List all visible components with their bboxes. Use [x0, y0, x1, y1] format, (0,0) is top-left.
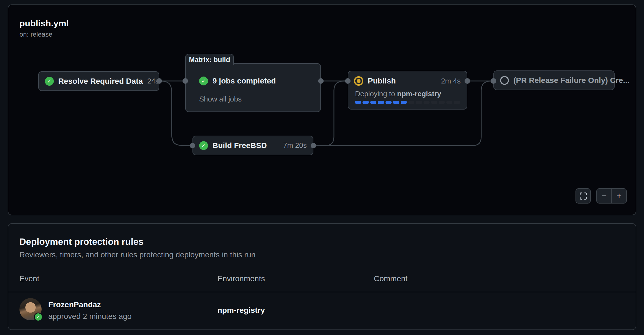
- progress-segment: [439, 101, 445, 104]
- progress-segment: [362, 101, 369, 104]
- progress-segment: [408, 101, 414, 104]
- deploy-target: npm-registry: [397, 90, 441, 98]
- connector-dot: [345, 78, 351, 84]
- success-check-icon: ✓: [199, 77, 208, 85]
- rules-subtitle: Reviewers, timers, and other rules prote…: [19, 250, 255, 259]
- progress-segment: [393, 101, 399, 104]
- progress-segment: [378, 101, 384, 104]
- job-node-pr-release-failure[interactable]: (PR Release Failure Only) Cre...: [493, 70, 615, 90]
- column-header-environments: Environments: [217, 274, 265, 283]
- approval-event-text: approved 2 minutes ago: [48, 312, 131, 321]
- row-environment: npm-registry: [217, 306, 265, 315]
- job-node-matrix-build[interactable]: ✓ 9 jobs completed Show all jobs: [185, 63, 321, 112]
- progress-segment: [401, 101, 407, 104]
- graph-edges: [8, 5, 637, 216]
- show-all-jobs-link[interactable]: Show all jobs: [199, 95, 242, 103]
- connector-dot: [156, 78, 162, 84]
- deploy-progress: [355, 101, 460, 104]
- connector-dot: [491, 78, 496, 84]
- matrix-tab-label: Matrix: build: [189, 56, 230, 64]
- connector-dot: [190, 143, 195, 148]
- connector-dot: [311, 143, 316, 148]
- connector-dot: [465, 78, 470, 84]
- matrix-group-tab: Matrix: build: [185, 54, 234, 65]
- job-node-label: Publish: [368, 77, 396, 85]
- deploy-prefix: Deploying to: [355, 90, 397, 98]
- approved-badge-icon: ✓: [34, 313, 43, 321]
- job-node-build-freebsd[interactable]: ✓ Build FreeBSD 7m 20s: [192, 136, 313, 155]
- job-node-label: Resolve Required Data: [58, 77, 143, 86]
- rules-title: Deployment protection rules: [19, 237, 143, 247]
- progress-segment: [431, 101, 437, 104]
- success-check-icon: ✓: [199, 141, 208, 150]
- column-header-comment: Comment: [374, 274, 407, 283]
- progress-segment: [386, 101, 392, 104]
- approver-username: FrozenPandaz: [48, 300, 101, 309]
- job-duration: 7m 20s: [283, 141, 307, 150]
- in-progress-icon: [354, 76, 363, 86]
- connector-dot: [182, 78, 188, 84]
- job-duration: 2m 4s: [441, 77, 461, 85]
- pending-circle-icon: [500, 76, 509, 85]
- job-node-label: (PR Release Failure Only) Cre...: [513, 76, 630, 85]
- progress-segment: [446, 101, 452, 104]
- progress-segment: [370, 101, 376, 104]
- connector-dot: [318, 78, 324, 84]
- job-node-label: Build FreeBSD: [212, 141, 267, 150]
- progress-segment: [454, 101, 460, 104]
- column-header-event: Event: [19, 274, 39, 283]
- job-node-resolve-required-data[interactable]: ✓ Resolve Required Data 24s: [38, 71, 159, 91]
- progress-segment: [416, 101, 422, 104]
- job-node-publish[interactable]: Publish 2m 4s Deploying to npm-registry: [348, 71, 467, 110]
- success-check-icon: ✓: [45, 77, 54, 86]
- deployment-protection-rules-panel: Deployment protection rules Reviewers, t…: [8, 223, 636, 330]
- table-header-divider: [8, 292, 636, 292]
- progress-segment: [424, 101, 430, 104]
- matrix-summary-label: 9 jobs completed: [212, 77, 276, 85]
- workflow-graph-panel: publish.yml on: release ✓ Resolve Requir…: [8, 4, 636, 215]
- progress-segment: [355, 101, 361, 104]
- deploy-status-text: Deploying to npm-registry: [348, 86, 467, 98]
